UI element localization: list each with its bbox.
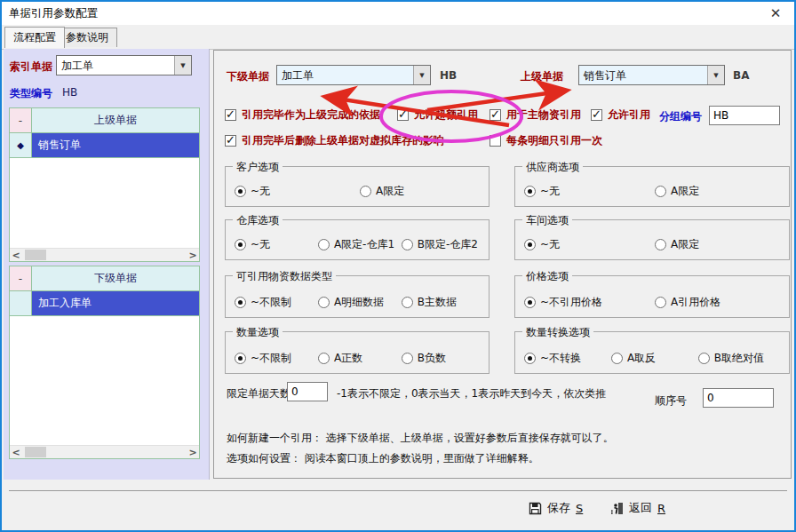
return-button[interactable]: 返回 R: [607, 497, 669, 519]
radio-option[interactable]: ~无: [235, 184, 360, 199]
footer-divider: [9, 490, 787, 491]
group-code-label: 分组编号: [659, 109, 702, 124]
save-shortcut: S: [576, 502, 583, 515]
radio-label: B负数: [418, 351, 446, 366]
chevron-down-icon[interactable]: ▼: [413, 66, 430, 84]
horizontal-scrollbar[interactable]: < >: [10, 445, 199, 458]
instruction-line-2: 选项如何设置： 阅读本窗口顶上的参数说明，里面做了详细解释。: [227, 451, 539, 466]
radio-icon[interactable]: [655, 186, 666, 197]
table-corner-cell[interactable]: -: [10, 266, 32, 290]
radio-icon[interactable]: [524, 353, 536, 364]
save-button[interactable]: 保存 S: [525, 497, 586, 519]
radio-icon[interactable]: [655, 239, 666, 250]
radio-option[interactable]: ~不引用价格: [524, 295, 655, 310]
table-corner-cell[interactable]: -: [10, 108, 32, 132]
scroll-left-icon[interactable]: <: [10, 249, 22, 261]
radio-option[interactable]: A正数: [318, 351, 402, 366]
chevron-down-icon[interactable]: ▼: [174, 56, 191, 75]
checkbox-allow-ref[interactable]: 允许引用: [591, 107, 650, 123]
radio-label: A明细数据: [334, 295, 384, 310]
radio-option[interactable]: ~不转换: [524, 351, 611, 366]
row-marker-icon: ◆: [10, 133, 32, 157]
radio-icon[interactable]: [655, 297, 666, 308]
radio-option[interactable]: A限定: [655, 184, 785, 199]
upper-doc-combobox[interactable]: 销售订单 ▼: [578, 65, 725, 85]
upper-table-row-value[interactable]: 销售订单: [32, 133, 199, 157]
group-warehouse-options: 仓库选项 ~无 A限定-仓库1 B限定-仓库2: [225, 219, 490, 260]
checkbox-icon[interactable]: [225, 109, 236, 121]
radio-option[interactable]: B取绝对值: [698, 351, 785, 366]
radio-option[interactable]: A限定: [360, 184, 485, 199]
radio-icon[interactable]: [402, 353, 413, 364]
group-title: 车间选项: [522, 213, 572, 228]
radio-option[interactable]: A取反: [611, 351, 698, 366]
radio-option[interactable]: A限定-仓库1: [318, 237, 402, 252]
radio-icon[interactable]: [611, 353, 623, 364]
window-title: 单据引用参数配置: [9, 6, 98, 21]
radio-icon[interactable]: [318, 353, 330, 364]
sequence-input[interactable]: [703, 388, 774, 408]
radio-option[interactable]: ~无: [524, 184, 655, 199]
checkbox-icon[interactable]: [490, 109, 501, 121]
close-icon[interactable]: ✕: [760, 4, 791, 23]
checkbox-ref-complete-basis[interactable]: 引用完毕作为上级完成的依据: [225, 107, 380, 123]
chevron-down-icon[interactable]: ▼: [707, 66, 724, 84]
lower-doc-combobox[interactable]: 加工单 ▼: [276, 65, 431, 85]
checkbox-icon[interactable]: [225, 135, 236, 147]
radio-label: A取反: [627, 351, 656, 366]
table-row[interactable]: 加工入库单: [10, 291, 199, 316]
radio-icon[interactable]: [318, 239, 330, 250]
group-code-input[interactable]: [709, 106, 780, 125]
checkbox-icon[interactable]: [591, 109, 602, 121]
radio-icon[interactable]: [235, 297, 246, 308]
checkbox-main-material-ref[interactable]: 用于主物资引用: [490, 107, 581, 123]
scrollbar-thumb[interactable]: [25, 250, 46, 260]
radio-icon[interactable]: [318, 297, 330, 308]
radio-option[interactable]: ~不限制: [235, 351, 318, 366]
horizontal-scrollbar[interactable]: < >: [10, 248, 199, 261]
index-doc-combobox[interactable]: 加工单 ▼: [56, 55, 192, 75]
radio-icon[interactable]: [524, 239, 536, 250]
scroll-right-icon[interactable]: >: [187, 446, 199, 458]
group-title: 供应商选项: [522, 160, 583, 175]
checkbox-allow-over-quota[interactable]: 允许超额引用: [397, 107, 478, 123]
table-row[interactable]: ◆ 销售订单: [10, 133, 199, 158]
radio-option[interactable]: A引用价格: [655, 295, 785, 310]
radio-icon[interactable]: [235, 186, 246, 197]
lower-doc-label: 下级单据: [227, 69, 269, 84]
radio-icon[interactable]: [402, 297, 413, 308]
limit-days-input[interactable]: [287, 382, 328, 401]
scroll-right-icon[interactable]: >: [187, 249, 199, 261]
radio-icon[interactable]: [524, 297, 536, 308]
checkbox-detail-once-only[interactable]: 每条明细只引用一次: [490, 133, 602, 148]
radio-option[interactable]: B主数据: [402, 295, 485, 310]
tab-flow-config[interactable]: 流程配置: [4, 27, 65, 48]
radio-option[interactable]: B限定-仓库2: [402, 237, 485, 252]
radio-icon[interactable]: [524, 186, 536, 197]
radio-label: B限定-仓库2: [418, 237, 478, 252]
radio-icon[interactable]: [235, 239, 246, 250]
radio-icon[interactable]: [235, 353, 246, 364]
scrollbar-thumb[interactable]: [25, 447, 46, 457]
radio-icon[interactable]: [698, 353, 710, 364]
tab-param-help[interactable]: 参数说明: [57, 28, 117, 47]
radio-option[interactable]: A明细数据: [318, 295, 402, 310]
radio-icon[interactable]: [402, 239, 413, 250]
upper-doc-label: 上级单据: [521, 69, 563, 84]
checkbox-remove-virtual-stock[interactable]: 引用完毕后删除上级单据对虚拟库存的影响: [225, 133, 444, 148]
checkbox-label: 用于主物资引用: [506, 107, 581, 123]
checkbox-icon[interactable]: [397, 109, 409, 121]
radio-label: ~无: [540, 184, 560, 199]
checkbox-label: 引用完毕作为上级完成的依据: [242, 107, 380, 123]
lower-table-row-value[interactable]: 加工入库单: [32, 291, 199, 315]
radio-option[interactable]: B负数: [402, 351, 485, 366]
radio-icon[interactable]: [360, 186, 371, 197]
radio-label: ~无: [251, 184, 270, 199]
radio-option[interactable]: ~不限制: [235, 295, 318, 310]
radio-option[interactable]: ~无: [235, 237, 318, 252]
radio-option[interactable]: A限定: [655, 237, 785, 252]
limit-days-hint: -1表示不限定，0表示当天，1表示昨天到今天，依次类推: [337, 386, 606, 401]
checkbox-icon[interactable]: [490, 135, 501, 147]
radio-option[interactable]: ~无: [524, 237, 655, 252]
scroll-left-icon[interactable]: <: [10, 446, 22, 458]
